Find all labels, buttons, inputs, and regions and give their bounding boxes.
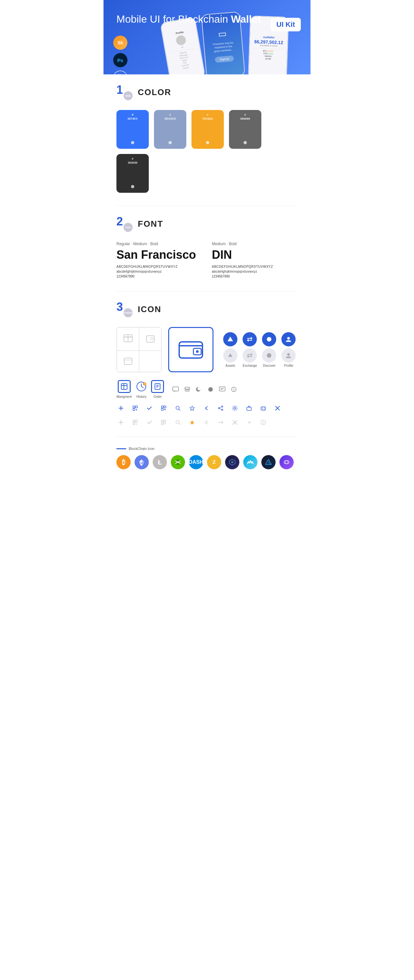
svg-rect-69 <box>133 423 135 425</box>
layers-icon <box>183 385 192 394</box>
svg-line-22 <box>141 387 143 388</box>
info-icon <box>229 385 238 394</box>
svg-point-14 <box>267 353 271 358</box>
icon-section: 3 THREE ICON <box>116 301 298 469</box>
svg-line-57 <box>220 409 221 409</box>
svg-point-55 <box>218 407 220 409</box>
redo-faded <box>245 418 253 427</box>
tab-management: Mangment <box>116 380 132 398</box>
svg-line-56 <box>220 407 221 408</box>
svg-rect-33 <box>219 387 225 391</box>
qr-icon-faded <box>159 418 168 427</box>
hero-section: Mobile UI for Blockchain Wallet UI Kit S… <box>104 0 310 75</box>
svg-rect-4 <box>151 337 153 340</box>
screens-badge: 60+ Screens <box>113 70 127 75</box>
color-swatches-container: # #3574FA #8DA0C8 #F5A623 #6 <box>116 110 298 193</box>
svg-rect-26 <box>155 383 160 390</box>
svg-marker-87 <box>139 463 142 466</box>
ethereum-icon <box>135 455 149 469</box>
star-icon <box>188 404 197 413</box>
polygon-icon <box>279 455 294 469</box>
info-icon-faded <box>259 418 268 427</box>
star-icon-active <box>188 418 197 427</box>
svg-rect-74 <box>161 423 163 425</box>
svg-point-16 <box>287 353 290 356</box>
icon-cell-tr <box>139 327 161 351</box>
litecoin-icon: Ł <box>153 455 167 469</box>
svg-rect-59 <box>247 407 251 410</box>
nav-icons-group: Assets <box>223 332 296 368</box>
icon-cell-bl <box>117 351 139 372</box>
settings-icon <box>230 404 239 413</box>
chevron-left-faded <box>202 418 211 427</box>
hero-badge: UI Kit <box>271 18 301 31</box>
svg-rect-67 <box>133 420 135 422</box>
svg-rect-60 <box>261 407 266 410</box>
swatch-black: #303030 <box>116 154 149 193</box>
close-icon <box>273 404 282 413</box>
svg-point-32 <box>208 387 213 392</box>
color-section-header: 1 ONE COLOR <box>116 84 298 100</box>
icon-cell-br <box>139 351 161 372</box>
font-section: 2 TWO FONT Regular · Medium · Bold San F… <box>116 216 298 278</box>
svg-line-77 <box>179 423 180 425</box>
dash-icon: DASH <box>189 455 203 469</box>
history-label: History <box>137 395 146 398</box>
bitcoin-icon: ₿ <box>116 455 131 469</box>
nav-icon-discover: Discover <box>262 332 276 368</box>
sketch-icon: Sk <box>113 36 127 50</box>
svg-point-54 <box>221 409 223 410</box>
section-num-2: 2 TWO <box>116 216 132 232</box>
color-section: 1 ONE COLOR # #3574FA #8DA0C8 #F <box>116 84 298 193</box>
profile-label: Profile <box>284 364 293 368</box>
swatch-blue: # #3574FA <box>116 110 149 149</box>
section-num-3: 3 THREE <box>116 301 132 317</box>
swatch-orange: #F5A623 <box>191 110 224 149</box>
svg-marker-11 <box>228 337 233 341</box>
svg-point-91 <box>231 461 233 463</box>
svg-rect-19 <box>124 383 124 390</box>
svg-rect-48 <box>161 409 163 410</box>
nav-icon-assets: Assets <box>223 332 237 368</box>
icon-showcase-row: Assets <box>116 327 298 372</box>
svg-rect-41 <box>133 406 135 408</box>
svg-point-83 <box>263 421 264 422</box>
export-icon <box>245 404 253 413</box>
svg-rect-42 <box>135 406 137 408</box>
search-icon-faded <box>174 418 182 427</box>
svg-point-58 <box>234 407 236 409</box>
x-icon-faded <box>230 418 239 427</box>
hero-tool-icons: Sk Ps 60+ Screens <box>113 36 127 75</box>
assets-label: Assets <box>225 364 235 368</box>
nav-icon-exchange: Exchange <box>243 332 257 368</box>
svg-rect-46 <box>161 406 163 408</box>
icon-cell-tl <box>117 327 139 351</box>
font-section-header: 2 TWO FONT <box>116 216 298 232</box>
wallet-icon-wireframe <box>116 327 162 372</box>
svg-rect-73 <box>164 420 166 422</box>
section-num-1: 1 ONE <box>116 84 132 100</box>
svg-rect-5 <box>124 358 132 364</box>
management-label: Mangment <box>116 395 132 398</box>
svg-rect-43 <box>133 409 135 410</box>
tab-order: Order <box>151 380 164 398</box>
blockchain-line-decoration <box>116 448 126 449</box>
svg-line-25 <box>145 384 145 384</box>
arrows-icon-faded <box>216 418 225 427</box>
svg-rect-68 <box>135 420 137 422</box>
grid-add-icon <box>131 404 140 413</box>
font-san-francisco: Regular · Medium · Bold San Francisco AB… <box>116 242 202 278</box>
blockchain-label-row: BlockChain Icon <box>116 447 298 450</box>
svg-point-13 <box>267 337 271 342</box>
small-icons-row-1 <box>116 404 298 413</box>
comment-icon <box>171 385 180 394</box>
resize-icon <box>259 404 268 413</box>
zcash-icon: Z <box>207 455 221 469</box>
svg-marker-85 <box>139 459 142 463</box>
svg-marker-78 <box>190 420 194 425</box>
svg-rect-8 <box>179 345 202 347</box>
svg-point-15 <box>287 337 290 340</box>
svg-point-75 <box>164 423 166 424</box>
qr-code-icon <box>159 404 168 413</box>
svg-rect-72 <box>161 420 163 422</box>
